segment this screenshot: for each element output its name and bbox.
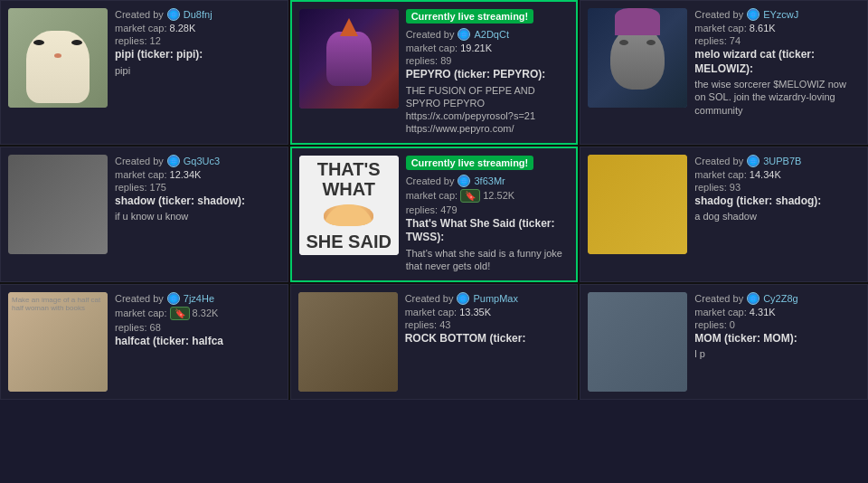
market-cap: market cap: 8.28K <box>115 23 280 33</box>
card-9[interactable]: Created by 🌐 Cy2Z8g market cap: 4.31K re… <box>580 284 868 400</box>
username[interactable]: Gq3Uc3 <box>184 156 220 166</box>
market-cap: market cap: 🔖 8.32K <box>115 307 280 320</box>
replies-count: 175 <box>150 182 166 193</box>
card-info: Created by 🌐 3UPB7B market cap: 14.34K r… <box>694 155 860 274</box>
created-by-label: Created by <box>115 293 164 304</box>
created-by: Created by 🌐 Gq3Uc3 <box>115 155 280 167</box>
card-4[interactable]: Created by 🌐 Gq3Uc3 market cap: 12.34K r… <box>0 147 288 282</box>
card-5[interactable]: THAT'S WHAT SHE SAID Currently live stre… <box>290 147 579 282</box>
created-by: Created by 🌐 A2DqCt <box>406 28 570 41</box>
badge: 🔖 <box>460 189 480 203</box>
created-by-label: Created by <box>694 9 743 20</box>
market-cap-value: 8.28K <box>170 23 196 33</box>
globe-icon: 🌐 <box>458 28 470 41</box>
created-by-label: Created by <box>406 29 455 40</box>
card-info: Created by 🌐 Gq3Uc3 market cap: 12.34K r… <box>115 155 280 274</box>
token-name: shadow (ticker: shadow): <box>115 194 280 209</box>
replies: replies: 74 <box>694 35 860 46</box>
card-grid: Created by 🌐 Du8fnj market cap: 8.28K re… <box>0 0 868 400</box>
market-cap: market cap: 19.21K <box>406 43 570 53</box>
card-image <box>8 155 108 254</box>
username[interactable]: 3UPB7B <box>763 156 801 166</box>
replies: replies: 175 <box>115 182 280 193</box>
market-cap-value: 14.34K <box>750 169 781 180</box>
created-by-label: Created by <box>405 293 454 304</box>
card-image <box>588 292 687 392</box>
replies: replies: 0 <box>694 319 860 330</box>
replies-count: 74 <box>730 35 741 46</box>
card-image <box>299 9 399 109</box>
token-name: melo wizard cat (ticker: MELOWIZ): <box>694 48 860 76</box>
card-image: THAT'S WHAT SHE SAID <box>299 156 399 255</box>
username[interactable]: A2DqCt <box>474 29 509 40</box>
username[interactable]: Du8fnj <box>184 9 212 20</box>
card-info: Currently live streaming! Created by 🌐 A… <box>406 9 570 136</box>
card-image <box>8 8 108 108</box>
created-by: Created by 🌐 3UPB7B <box>694 155 860 167</box>
token-description: pipi <box>115 64 280 77</box>
token-name: ROCK BOTTOM (ticker: <box>405 332 571 346</box>
created-by: Created by 🌐 7jz4He <box>115 292 280 305</box>
card-info: Currently live streaming! Created by 🌐 3… <box>406 156 570 273</box>
created-by-label: Created by <box>115 9 164 20</box>
token-name: halfcat (ticker: halfca <box>115 335 280 349</box>
username[interactable]: EYzcwJ <box>763 9 798 20</box>
market-cap: market cap: 14.34K <box>694 169 860 180</box>
replies: replies: 479 <box>406 204 570 215</box>
replies-count: 479 <box>440 204 457 215</box>
card-image <box>588 8 687 108</box>
badge: 🔖 <box>170 307 190 320</box>
username[interactable]: 3f63Mr <box>474 175 505 186</box>
username[interactable]: 7jz4He <box>184 293 214 304</box>
card-info: Created by 🌐 Cy2Z8g market cap: 4.31K re… <box>694 292 860 392</box>
live-badge: Currently live streaming! <box>406 156 534 170</box>
replies-count: 89 <box>440 55 451 66</box>
globe-icon: 🌐 <box>167 292 180 305</box>
card-info: Created by 🌐 PumpMax market cap: 13.35K … <box>405 292 571 392</box>
token-description: That's what she said is a funny joke tha… <box>406 247 570 273</box>
live-badge: Currently live streaming! <box>406 9 534 24</box>
card-1[interactable]: Created by 🌐 Du8fnj market cap: 8.28K re… <box>0 0 288 145</box>
created-by-label: Created by <box>694 156 743 166</box>
username[interactable]: PumpMax <box>473 293 518 304</box>
replies: replies: 68 <box>115 322 280 333</box>
replies-count: 12 <box>150 35 161 46</box>
market-cap: market cap: 🔖 12.52K <box>406 189 570 203</box>
created-by: Created by 🌐 3f63Mr <box>406 175 570 187</box>
replies-count: 43 <box>439 319 450 330</box>
token-name: PEPYRO (ticker: PEPYRO): <box>406 68 570 82</box>
market-cap-value: 4.31K <box>750 307 776 317</box>
created-by: Created by 🌐 EYzcwJ <box>694 8 860 21</box>
card-3[interactable]: Created by 🌐 EYzcwJ market cap: 8.61K re… <box>580 0 868 145</box>
token-name: pipi (ticker: pipi): <box>115 48 280 62</box>
token-name: That's What She Said (ticker: TWSS): <box>406 217 570 245</box>
card-2[interactable]: Currently live streaming! Created by 🌐 A… <box>290 0 579 145</box>
market-cap: market cap: 4.31K <box>694 307 860 317</box>
globe-icon: 🌐 <box>747 292 760 305</box>
replies-count: 93 <box>730 182 741 193</box>
replies-count: 68 <box>150 322 161 333</box>
replies-count: 0 <box>730 319 735 330</box>
globe-icon: 🌐 <box>167 8 180 21</box>
created-by: Created by 🌐 Cy2Z8g <box>694 292 860 305</box>
card-7[interactable]: Make an image of a half cat half woman w… <box>0 284 288 400</box>
market-cap-value: 8.61K <box>750 23 776 33</box>
globe-icon: 🌐 <box>747 8 760 21</box>
globe-icon: 🌐 <box>747 155 760 167</box>
replies: replies: 89 <box>406 55 570 66</box>
replies: replies: 12 <box>115 35 280 46</box>
market-cap-value: 19.21K <box>460 43 492 53</box>
card-8[interactable]: Created by 🌐 PumpMax market cap: 13.35K … <box>290 284 579 400</box>
token-description: a dog shadow <box>694 210 860 223</box>
created-by-label: Created by <box>406 175 455 186</box>
card-image <box>298 292 398 392</box>
card-6[interactable]: Created by 🌐 3UPB7B market cap: 14.34K r… <box>580 147 868 282</box>
card-info: Created by 🌐 7jz4He market cap: 🔖 8.32K … <box>115 292 280 392</box>
globe-icon: 🌐 <box>457 292 469 305</box>
token-name: shadog (ticker: shadog): <box>694 194 860 209</box>
created-by: Created by 🌐 Du8fnj <box>115 8 280 21</box>
market-cap: market cap: 8.61K <box>694 23 860 33</box>
replies: replies: 43 <box>405 319 571 330</box>
username[interactable]: Cy2Z8g <box>763 293 798 304</box>
replies: replies: 93 <box>694 182 860 193</box>
